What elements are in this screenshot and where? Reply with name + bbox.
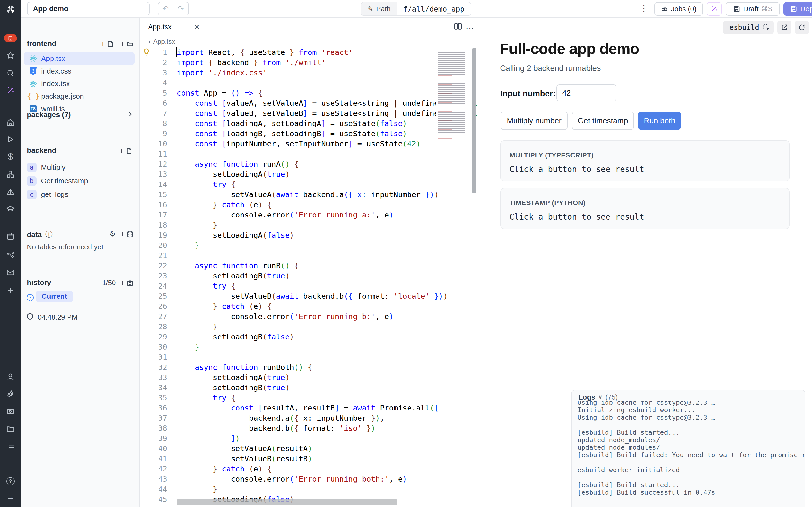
code-line[interactable]: 33 setLoadingA(true) — [140, 372, 477, 382]
calendar-icon[interactable] — [0, 232, 21, 241]
variables-prism-icon[interactable] — [0, 188, 21, 196]
code-line[interactable]: 25 setValueB(await backend.b({ format: '… — [140, 291, 477, 301]
refresh-button[interactable] — [795, 20, 809, 34]
vertical-scrollbar[interactable] — [472, 47, 477, 507]
code-line[interactable]: 21 — [140, 250, 477, 261]
code-line[interactable]: 5const App = () => { — [140, 88, 477, 98]
code-line[interactable]: 1import React, { useState } from 'react' — [140, 47, 477, 57]
history-entry-timestamp[interactable]: 04:48:29 PM — [38, 313, 77, 321]
windmill-logo-icon[interactable] — [0, 3, 21, 15]
home-icon[interactable] — [0, 118, 21, 127]
code-line[interactable]: 37 backend.a({ x: inputNumber }), — [140, 413, 477, 423]
tab-app-tsx[interactable]: App.tsx ✕ — [140, 18, 207, 36]
code-line[interactable]: 13 setLoadingA(true) — [140, 169, 477, 179]
search-icon[interactable] — [0, 69, 21, 77]
apps-active-icon[interactable] — [0, 34, 21, 43]
code-line[interactable]: 41 setValueB(resultB) — [140, 454, 477, 464]
code-line[interactable]: 36 const [resultA, resultB] = await Prom… — [140, 403, 477, 413]
code-line[interactable]: 31 — [140, 352, 477, 362]
ai-wand-button[interactable] — [707, 2, 722, 16]
code-line[interactable]: 15 setValueA(await backend.a({ x: inputN… — [140, 189, 477, 200]
redo-button[interactable]: ↷ — [173, 2, 188, 15]
history-current-node[interactable] — [26, 294, 34, 301]
code-line[interactable]: 44 } — [140, 484, 477, 494]
code-line[interactable]: 20 } — [140, 240, 477, 250]
code-line[interactable]: 43 console.error('Error running both:', … — [140, 474, 477, 484]
code-line[interactable]: 40 setValueA(resultA) — [140, 443, 477, 454]
inspect-select-button[interactable] — [759, 20, 773, 34]
draft-button[interactable]: Draft ⌘S — [725, 2, 780, 16]
code-line[interactable]: 17 console.error('Error running a:', e) — [140, 210, 477, 220]
runnable-item-multiply[interactable]: aMultiply — [27, 161, 66, 173]
mail-icon[interactable] — [0, 268, 21, 277]
code-line[interactable]: 16 } catch (e) { — [140, 200, 477, 210]
code-line[interactable]: 28 } — [140, 322, 477, 332]
code-line[interactable]: 22 async function runB() { — [140, 261, 477, 271]
history-entry-node[interactable] — [27, 313, 33, 320]
add-folder-button[interactable]: + — [120, 40, 133, 48]
code-line[interactable]: 34 setLoadingB(true) — [140, 382, 477, 393]
code-line[interactable]: 26 } catch (e) { — [140, 301, 477, 311]
code-line[interactable]: 2import { backend } from './wmill' — [140, 57, 477, 67]
info-icon[interactable]: ⓘ — [45, 230, 53, 239]
run-both-button[interactable]: Run both — [638, 112, 681, 130]
add-runnable-button[interactable]: + — [119, 147, 132, 155]
code-line[interactable]: 19 setLoadingA(false) — [140, 230, 477, 240]
history-current-badge[interactable]: Current — [36, 290, 73, 302]
add-database-button[interactable]: + — [120, 230, 133, 238]
close-icon[interactable]: ✕ — [194, 23, 200, 31]
undo-button[interactable]: ↶ — [158, 2, 173, 15]
code-line[interactable]: 11 — [140, 149, 477, 159]
file-item-index-css[interactable]: 3index.css — [24, 65, 134, 77]
code-line[interactable]: 14 try { — [140, 179, 477, 189]
vertical-scrollbar-thumb[interactable] — [473, 48, 476, 193]
worker-groups-icon[interactable] — [0, 407, 21, 416]
split-editor-icon[interactable] — [453, 22, 462, 32]
code-line[interactable]: 9 const [loadingB, setLoadingB] = useSta… — [140, 128, 477, 138]
lightbulb-icon[interactable] — [142, 48, 151, 58]
code-line[interactable]: 27 console.error('Error running b:', e) — [140, 311, 477, 322]
jobs-button[interactable]: Jobs (0) — [654, 2, 703, 16]
logs-header[interactable]: Logs ∨ (75) — [572, 390, 805, 401]
settings-gear-icon[interactable] — [0, 390, 21, 398]
logs-panel[interactable]: Using idb cache for csstype@3.2.3 …Initi… — [571, 390, 806, 507]
code-line[interactable]: 3import './index.css' — [140, 67, 477, 78]
runnable-item-get-timestamp[interactable]: bGet timestamp — [27, 175, 88, 187]
code-line[interactable]: 24 try { — [140, 281, 477, 291]
routes-icon[interactable] — [0, 250, 21, 259]
code-line[interactable]: 6 const [valueA, setValueA] = useState<s… — [140, 98, 477, 108]
more-menu-kebab-icon[interactable]: ⋮ — [639, 3, 648, 13]
file-item-package-json[interactable]: { }package.json — [24, 90, 134, 103]
code-line[interactable]: 23 setLoadingB(true) — [140, 271, 477, 281]
path-control[interactable]: ✎ Path f/all/demo_app — [361, 2, 471, 16]
add-snapshot-button[interactable]: + — [120, 279, 133, 287]
resources-cubes-icon[interactable] — [0, 170, 21, 179]
dollar-icon[interactable]: $ — [0, 152, 21, 161]
code-line[interactable]: 4 — [140, 78, 477, 88]
minimap[interactable] — [436, 47, 472, 141]
code-line[interactable]: 42 } catch (e) { — [140, 464, 477, 474]
code-line[interactable]: 35 try { — [140, 393, 477, 403]
code-area[interactable]: 1import React, { useState } from 'react'… — [140, 47, 477, 507]
magic-wand-icon[interactable] — [0, 86, 21, 95]
code-line[interactable]: 38 backend.b({ format: 'iso' }) — [140, 423, 477, 433]
collapse-arrow-icon[interactable]: → — [0, 493, 21, 501]
help-icon[interactable]: ? — [0, 477, 21, 486]
code-line[interactable]: 8 const [loadingA, setLoadingA] = useSta… — [140, 118, 477, 128]
app-name-input[interactable] — [27, 2, 150, 15]
code-line[interactable]: 29 setLoadingB(false) — [140, 332, 477, 342]
runs-play-icon[interactable] — [0, 135, 21, 144]
code-line[interactable]: 12 async function runA() { — [140, 159, 477, 169]
data-settings-gear-icon[interactable]: ⚙ — [109, 230, 116, 238]
code-line[interactable]: 39 ]) — [140, 433, 477, 443]
user-icon[interactable] — [0, 373, 21, 381]
deploy-button[interactable]: Deploy — [783, 2, 812, 16]
runnable-item-get_logs[interactable]: cget_logs — [27, 188, 68, 201]
code-line[interactable]: 32 async function runBoth() { — [140, 362, 477, 372]
file-item-index-tsx[interactable]: index.tsx — [24, 77, 134, 90]
packages-expand-chevron[interactable] — [127, 111, 134, 118]
schedules-cap-icon[interactable] — [0, 205, 21, 213]
multiply-number-button[interactable]: Multiply number — [501, 112, 567, 130]
horizontal-scrollbar-thumb[interactable] — [177, 499, 397, 505]
input-number-field[interactable] — [556, 84, 616, 101]
